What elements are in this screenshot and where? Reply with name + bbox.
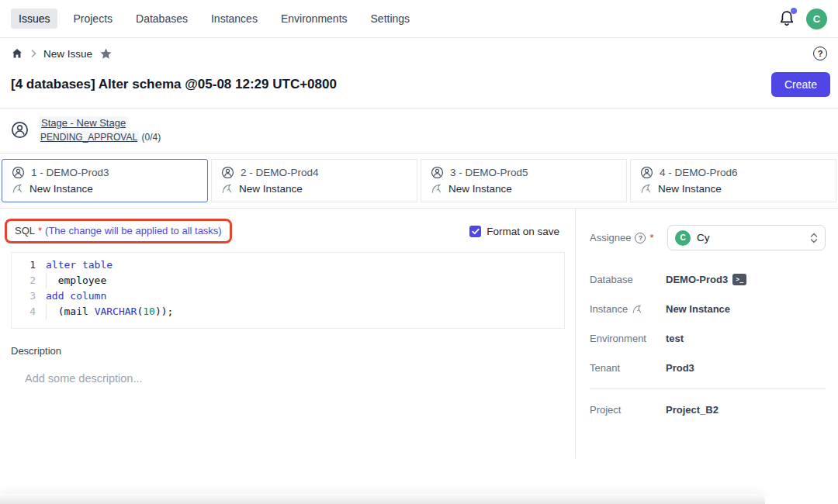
task-name: 4 - DEMO-Prod6 xyxy=(660,167,738,178)
assignee-help-icon[interactable]: ? xyxy=(635,233,646,243)
assignee-select[interactable]: C Cy xyxy=(667,225,826,250)
stage-approver-icon xyxy=(11,121,29,139)
project-value: Project_B2 xyxy=(666,404,719,416)
nav-item-settings[interactable]: Settings xyxy=(363,9,418,29)
task-card-1[interactable]: 1 - DEMO-Prod3 New Instance xyxy=(2,159,208,202)
user-avatar[interactable]: C xyxy=(806,9,827,29)
field-project: Project Project_B2 xyxy=(590,404,826,416)
breadcrumb: New Issue ? xyxy=(0,38,838,69)
nav-item-databases[interactable]: Databases xyxy=(128,9,196,29)
environment-value: test xyxy=(666,333,684,344)
assignee-value: Cy xyxy=(697,232,710,243)
task-name: 3 - DEMO-Prod5 xyxy=(450,167,528,178)
mysql-engine-icon xyxy=(12,183,23,195)
pending-approval-icon xyxy=(640,166,653,179)
line-number: 2 xyxy=(12,273,46,288)
task-instance: New Instance xyxy=(448,183,512,195)
nav-item-projects[interactable]: Projects xyxy=(65,9,120,29)
editor-line: 3 add column xyxy=(12,288,564,304)
line-number: 4 xyxy=(12,304,46,319)
task-tabs: 1 - DEMO-Prod3 New Instance 2 - DEMO-Pro… xyxy=(0,154,838,208)
nav-item-issues[interactable]: Issues xyxy=(11,9,57,29)
format-on-save-toggle[interactable]: Format on save xyxy=(469,226,559,237)
editor-line: 4 (mail VARCHAR(10)); xyxy=(12,304,564,319)
task-instance: New Instance xyxy=(658,183,722,195)
stage-progress: (0/4) xyxy=(142,132,161,143)
sql-note: (The change will be applied to all tasks… xyxy=(45,225,222,236)
mysql-engine-icon xyxy=(221,183,233,195)
nav-item-environments[interactable]: Environments xyxy=(273,9,355,29)
divider xyxy=(590,388,826,389)
task-card-3[interactable]: 3 - DEMO-Prod5 New Instance xyxy=(421,159,627,202)
select-chevrons-icon xyxy=(810,232,818,244)
pending-approval-icon xyxy=(221,166,234,179)
bottom-sheet-edge xyxy=(0,494,765,504)
pending-approval-icon xyxy=(12,166,25,179)
notification-dot xyxy=(791,8,797,14)
line-number: 1 xyxy=(12,257,46,273)
home-icon[interactable] xyxy=(11,47,23,60)
sql-label-highlight-annotation: SQL* (The change will be applied to all … xyxy=(5,219,232,243)
pending-approval-icon xyxy=(431,166,444,179)
stage-status-link[interactable]: PENDING_APPROVAL xyxy=(39,131,139,143)
sql-label: SQL xyxy=(15,225,35,236)
help-icon[interactable]: ? xyxy=(813,47,827,60)
field-database: Database DEMO-Prod3>_ xyxy=(590,274,826,285)
required-asterisk: * xyxy=(38,225,42,236)
assignee-avatar: C xyxy=(675,230,691,246)
description-input[interactable]: Add some description... xyxy=(25,372,564,385)
required-asterisk: * xyxy=(649,232,653,243)
task-name: 2 - DEMO-Prod4 xyxy=(241,167,319,178)
task-instance: New Instance xyxy=(29,183,93,195)
format-on-save-checkbox[interactable] xyxy=(469,226,481,237)
top-nav: Issues Projects Databases Instances Envi… xyxy=(0,0,838,38)
page-title: [4 databases] Alter schema @05-08 12:29 … xyxy=(11,72,337,92)
line-number: 3 xyxy=(12,288,46,304)
field-instance: Instance New Instance xyxy=(590,303,826,315)
format-on-save-label: Format on save xyxy=(487,226,559,237)
bookmark-star-icon[interactable] xyxy=(99,47,113,60)
stage-name-link[interactable]: Stage - New Stage xyxy=(39,116,128,129)
editor-line: 1 alter table xyxy=(12,257,564,273)
indent-guide xyxy=(46,273,47,288)
stage-status-line: PENDING_APPROVAL (0/4) xyxy=(39,132,161,143)
assignee-label: Assignee ? * xyxy=(590,232,654,243)
task-name: 1 - DEMO-Prod3 xyxy=(31,167,109,178)
task-instance: New Instance xyxy=(239,183,303,195)
field-tenant: Tenant Prod3 xyxy=(590,362,826,374)
tenant-value: Prod3 xyxy=(666,362,694,374)
task-card-2[interactable]: 2 - DEMO-Prod4 New Instance xyxy=(211,159,417,202)
create-button[interactable]: Create xyxy=(771,72,830,97)
instance-value: New Instance xyxy=(666,303,730,315)
notification-bell-icon[interactable] xyxy=(778,9,795,28)
chevron-right-icon xyxy=(30,49,36,58)
sql-console-icon[interactable]: >_ xyxy=(732,274,746,285)
nav-item-instances[interactable]: Instances xyxy=(203,9,265,29)
field-environment: Environment test xyxy=(590,333,826,344)
breadcrumb-current: New Issue xyxy=(43,48,92,60)
mysql-engine-icon xyxy=(640,183,652,195)
database-value: DEMO-Prod3 xyxy=(666,274,728,285)
sql-editor[interactable]: 1 alter table 2 employee 3 add column 4 … xyxy=(11,252,565,329)
mysql-engine-icon xyxy=(632,304,642,315)
task-card-4[interactable]: 4 - DEMO-Prod6 New Instance xyxy=(630,159,836,202)
description-label: Description xyxy=(11,345,564,357)
mysql-engine-icon xyxy=(431,183,442,195)
indent-guide xyxy=(46,304,47,319)
editor-line: 2 employee xyxy=(12,273,564,288)
